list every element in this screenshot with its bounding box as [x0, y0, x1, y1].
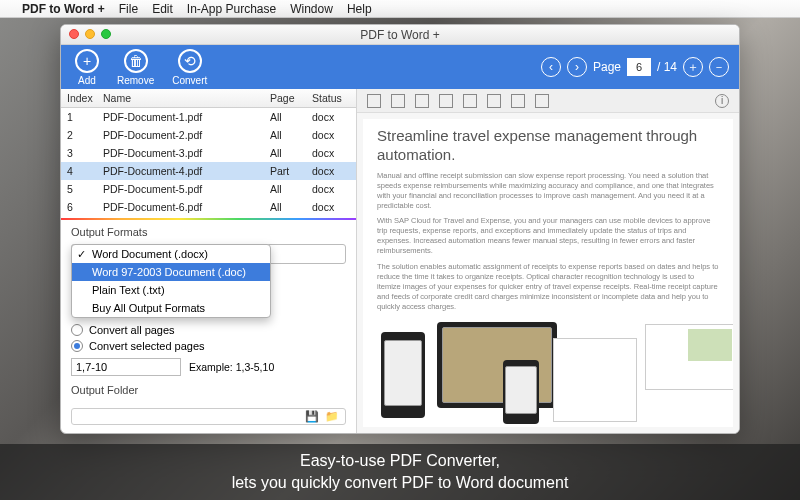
save-icon[interactable]: 💾 — [305, 410, 319, 423]
crop-icon[interactable] — [511, 94, 525, 108]
radio-selected-pages[interactable]: Convert selected pages — [61, 338, 356, 354]
col-page[interactable]: Page — [264, 89, 306, 107]
refresh-icon: ⟲ — [178, 49, 202, 73]
output-folder-field[interactable]: 💾 📁 — [71, 408, 346, 425]
prev-page-button[interactable]: ‹ — [541, 57, 561, 77]
add-button[interactable]: + Add — [75, 49, 99, 86]
page-range-input[interactable] — [71, 358, 181, 376]
output-formats-label: Output Formats — [61, 220, 356, 242]
window-title: PDF to Word + — [360, 28, 439, 42]
radio-icon — [71, 340, 83, 352]
menu-app[interactable]: PDF to Word + — [22, 2, 105, 16]
format-option[interactable]: Buy All Output Formats — [72, 299, 270, 317]
minimize-icon[interactable] — [85, 29, 95, 39]
table-row[interactable]: 6PDF-Document-6.pdfAlldocx — [61, 198, 356, 214]
zoom-icon[interactable] — [101, 29, 111, 39]
preview-panel: i Streamline travel expense management t… — [357, 89, 739, 433]
caption-line: Easy-to-use PDF Converter, — [300, 450, 500, 472]
table-header: Index Name Page Status — [61, 89, 356, 108]
menu-help[interactable]: Help — [347, 2, 372, 16]
doc-heading: Streamline travel expense management thr… — [377, 127, 719, 165]
titlebar: PDF to Word + — [61, 25, 739, 45]
crop-toolbar: i — [357, 89, 739, 113]
trash-icon: 🗑 — [124, 49, 148, 73]
crop-icon[interactable] — [463, 94, 477, 108]
table-row[interactable]: 2PDF-Document-2.pdfAlldocx — [61, 126, 356, 144]
doc-paragraph: Manual and offline receipt submission ca… — [377, 171, 719, 212]
menubar: PDF to Word + File Edit In-App Purchase … — [0, 0, 800, 18]
menu-window[interactable]: Window — [290, 2, 333, 16]
format-option[interactable]: Plain Text (.txt) — [72, 281, 270, 299]
next-page-button[interactable]: › — [567, 57, 587, 77]
menu-iap[interactable]: In-App Purchase — [187, 2, 276, 16]
menu-edit[interactable]: Edit — [152, 2, 173, 16]
marketing-caption: Easy-to-use PDF Converter, lets you quic… — [0, 444, 800, 500]
col-status[interactable]: Status — [306, 89, 356, 107]
zoom-out-button[interactable]: － — [709, 57, 729, 77]
left-panel: Index Name Page Status 1PDF-Document-1.p… — [61, 89, 357, 433]
crop-icon[interactable] — [415, 94, 429, 108]
folder-icon[interactable]: 📁 — [325, 410, 339, 423]
device-mockups — [377, 318, 719, 427]
page-input[interactable] — [627, 58, 651, 76]
format-option[interactable]: Word Document (.docx) — [72, 245, 270, 263]
remove-button[interactable]: 🗑 Remove — [117, 49, 154, 86]
crop-icon[interactable] — [439, 94, 453, 108]
doc-paragraph: The solution enables automatic assignmen… — [377, 262, 719, 313]
output-format-select[interactable]: Word Document (.docx) Word Document (.do… — [71, 244, 346, 264]
table-row[interactable]: 4PDF-Document-4.pdfPartdocx — [61, 162, 356, 180]
crop-icon[interactable] — [487, 94, 501, 108]
output-format-popup[interactable]: Word Document (.docx)Word 97-2003 Docume… — [71, 244, 271, 318]
file-table[interactable]: 1PDF-Document-1.pdfAlldocx2PDF-Document-… — [61, 108, 356, 214]
radio-all-pages[interactable]: Convert all pages — [61, 322, 356, 338]
crop-icon[interactable] — [367, 94, 381, 108]
crop-icon[interactable] — [535, 94, 549, 108]
crop-icon[interactable] — [391, 94, 405, 108]
col-index[interactable]: Index — [61, 89, 97, 107]
convert-button[interactable]: ⟲ Convert — [172, 49, 207, 86]
table-row[interactable]: 5PDF-Document-5.pdfAlldocx — [61, 180, 356, 198]
app-window: PDF to Word + + Add 🗑 Remove ⟲ Convert ‹… — [60, 24, 740, 434]
plus-icon: + — [75, 49, 99, 73]
document-preview[interactable]: Streamline travel expense management thr… — [363, 119, 733, 427]
output-folder-label: Output Folder — [61, 378, 356, 400]
info-icon[interactable]: i — [715, 94, 729, 108]
format-option[interactable]: Word 97-2003 Document (.doc) — [72, 263, 270, 281]
page-range-example: Example: 1,3-5,10 — [189, 361, 274, 373]
table-row[interactable]: 1PDF-Document-1.pdfAlldocx — [61, 108, 356, 126]
zoom-in-button[interactable]: ＋ — [683, 57, 703, 77]
menu-file[interactable]: File — [119, 2, 138, 16]
close-icon[interactable] — [69, 29, 79, 39]
table-row[interactable]: 3PDF-Document-3.pdfAlldocx — [61, 144, 356, 162]
radio-icon — [71, 324, 83, 336]
caption-line: lets you quickly convert PDF to Word doc… — [232, 472, 569, 494]
col-name[interactable]: Name — [97, 89, 264, 107]
doc-paragraph: With SAP Cloud for Travel and Expense, y… — [377, 216, 719, 257]
toolbar: + Add 🗑 Remove ⟲ Convert ‹ › Page / 14 ＋… — [61, 45, 739, 89]
page-total: / 14 — [657, 60, 677, 74]
page-label: Page — [593, 60, 621, 74]
